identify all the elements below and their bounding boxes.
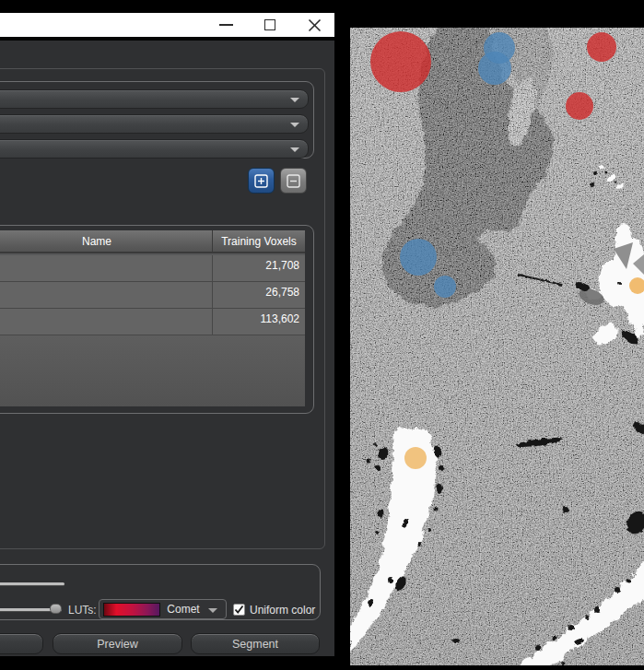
minimize-button[interactable] (207, 13, 244, 37)
add-class-button[interactable] (248, 168, 275, 194)
minimize-icon (219, 24, 233, 26)
classes-table: Name Training Voxels 21,708 26,758 113,6… (0, 230, 305, 406)
lut-combobox[interactable]: Comet (99, 599, 227, 619)
table-row[interactable]: 21,708 (0, 255, 305, 282)
chevron-down-icon (290, 123, 299, 127)
column-header-name[interactable]: Name (0, 230, 213, 252)
close-icon (308, 18, 322, 32)
close-button[interactable] (296, 13, 333, 37)
segmentation-dialog: Name Training Voxels 21,708 26,758 113,6… (0, 0, 334, 670)
maximize-button[interactable] (252, 13, 288, 37)
annotation-blue (478, 52, 511, 85)
uniform-color-label: Uniform color (250, 604, 315, 617)
chevron-down-icon (208, 608, 217, 613)
lut-gradient-swatch (103, 603, 160, 617)
lut-selected-value: Comet (160, 603, 206, 616)
cell-name (0, 309, 213, 335)
luts-label: LUTs: (68, 604, 97, 617)
application-window: Name Training Voxels 21,708 26,758 113,6… (0, 0, 644, 670)
opacity-slider[interactable] (0, 582, 64, 585)
chevron-down-icon (290, 98, 299, 102)
annotation-blue (434, 276, 456, 298)
cell-training-voxels: 21,708 (213, 255, 305, 281)
cell-name (0, 255, 213, 281)
table-row[interactable]: 26,758 (0, 282, 305, 309)
annotation-red (370, 31, 431, 92)
annotation-orange (404, 447, 427, 469)
uniform-color-checkbox[interactable] (233, 604, 245, 616)
microscopy-image (350, 28, 644, 665)
cell-training-voxels: 26,758 (213, 282, 305, 308)
dialog-titlebar[interactable] (0, 13, 334, 37)
slider-handle[interactable] (50, 604, 62, 614)
chevron-down-icon (290, 147, 299, 152)
dropdown-3[interactable] (0, 139, 309, 159)
remove-class-button[interactable] (280, 168, 307, 194)
table-row[interactable]: 113,602 (0, 309, 305, 335)
cell-name (0, 282, 213, 308)
image-viewport[interactable] (350, 28, 644, 665)
annotation-red (587, 32, 616, 62)
annotation-red (566, 92, 593, 120)
check-icon (234, 605, 244, 615)
annotation-blue (400, 239, 437, 276)
cropped-action-button[interactable] (0, 633, 43, 654)
minus-icon (287, 174, 300, 188)
table-header: Name Training Voxels (0, 230, 305, 253)
plus-icon (254, 174, 268, 188)
column-header-training-voxels[interactable]: Training Voxels (213, 230, 305, 252)
table-empty-area (0, 335, 305, 406)
dropdown-2[interactable] (0, 114, 309, 134)
preview-button[interactable]: Preview (53, 633, 182, 654)
maximize-icon (264, 19, 275, 30)
dropdown-1[interactable] (0, 89, 309, 109)
segment-button[interactable]: Segment (191, 633, 320, 654)
cell-training-voxels: 113,602 (213, 309, 305, 335)
